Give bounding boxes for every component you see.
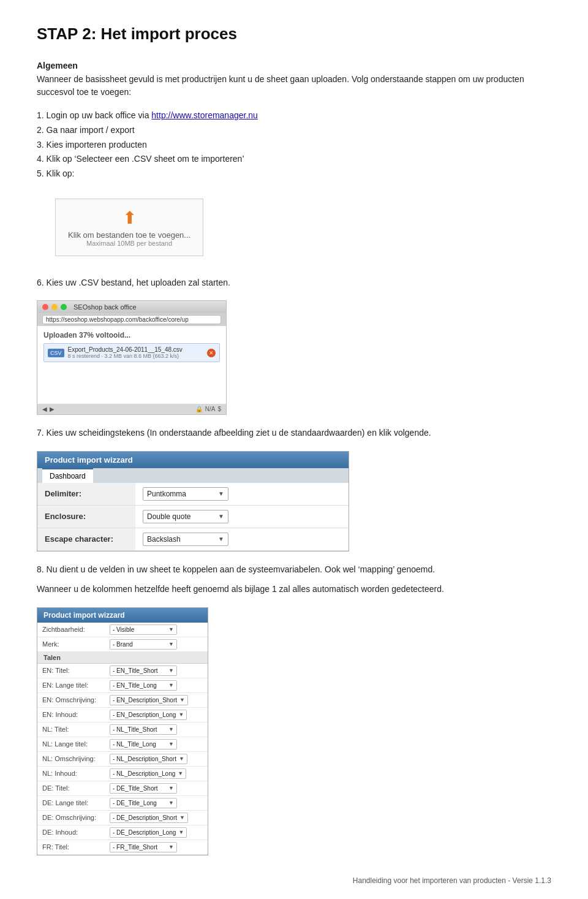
mapping-label-en-titel: EN: Titel: bbox=[37, 664, 105, 678]
mapping-row-en-inhoud: EN: Inhoud: - EN_Description_Long ▼ bbox=[37, 707, 208, 722]
wizard-header: Product import wizzard bbox=[37, 452, 349, 468]
mapping-label-fr-titel: FR: Titel: bbox=[37, 840, 105, 854]
en-omschrijving-select[interactable]: - EN_Description_Short ▼ bbox=[110, 695, 188, 705]
file-size: 8 s resterend · 3.2 MB van 8.6 MB (663.2… bbox=[68, 353, 183, 359]
merk-arrow: ▼ bbox=[168, 641, 174, 647]
enclosure-select[interactable]: Double quote ▼ bbox=[143, 510, 228, 523]
escape-select[interactable]: Backslash ▼ bbox=[143, 533, 228, 546]
mapping-label-nl-inhoud: NL: Inhoud: bbox=[37, 766, 105, 781]
en-lange-titel-select[interactable]: - EN_Title_Long ▼ bbox=[110, 680, 177, 691]
upload-button-box[interactable]: ⬆ Klik om bestanden toe te voegen... Max… bbox=[55, 199, 203, 256]
step-8-text2: Wanneer u de kolommen hetzelfde heeft ge… bbox=[37, 582, 551, 596]
wizard-tab-row: Dashboard bbox=[37, 468, 349, 483]
mapping-value-en-lange-titel[interactable]: - EN_Title_Long ▼ bbox=[105, 678, 208, 692]
steps-list: 1. Login op uw back office via http://ww… bbox=[37, 108, 551, 181]
storemanager-link[interactable]: http://www.storemanager.nu bbox=[151, 110, 258, 120]
wizard-label-delimiter: Delimiter: bbox=[37, 483, 135, 506]
file-remove-button[interactable]: ✕ bbox=[207, 349, 216, 357]
de-titel-select[interactable]: - DE_Title_Short ▼ bbox=[110, 783, 177, 794]
wizard-value-escape[interactable]: Backslash ▼ bbox=[135, 528, 349, 550]
de-inhoud-select[interactable]: - DE_Description_Long ▼ bbox=[110, 827, 187, 838]
wizard-label-enclosure: Enclosure: bbox=[37, 505, 135, 528]
mapping-value-nl-lange-titel[interactable]: - NL_Title_Long ▼ bbox=[105, 737, 208, 751]
en-titel-select[interactable]: - EN_Title_Short ▼ bbox=[110, 666, 177, 676]
mapping-label-de-lange-titel: DE: Lange titel: bbox=[37, 795, 105, 810]
mapping-label-nl-omschrijving: NL: Omschrijving: bbox=[37, 751, 105, 766]
zichtbaarheid-select[interactable]: - Visible ▼ bbox=[110, 624, 177, 635]
nl-inhoud-select[interactable]: - NL_Description_Long ▼ bbox=[110, 768, 186, 779]
file-row: CSV Export_Products_24-06-2011__15_48.cs… bbox=[43, 343, 220, 362]
delimiter-select[interactable]: Puntkomma ▼ bbox=[143, 487, 228, 501]
wizard-table: Delimiter: Puntkomma ▼ Enclosure: Double… bbox=[37, 483, 349, 551]
screenshot-url-bar: https://seoshop.webshopapp.com/backoffic… bbox=[37, 313, 226, 326]
mapping-row-fr-titel: FR: Titel: - FR_Title_Short ▼ bbox=[37, 840, 208, 854]
mapping-row-nl-lange-titel: NL: Lange titel: - NL_Title_Long ▼ bbox=[37, 737, 208, 751]
mapping-row-merk: Merk: - Brand ▼ bbox=[37, 637, 208, 651]
mapping-label-nl-titel: NL: Titel: bbox=[37, 722, 105, 737]
step-3: 3. Kies importeren producten bbox=[37, 138, 551, 153]
dot-red bbox=[42, 304, 48, 310]
mapping-label-merk: Merk: bbox=[37, 637, 105, 651]
step-5: 5. Klik op: bbox=[37, 167, 551, 181]
step-6-text: 6. Kies uw .CSV bestand, het uploaden za… bbox=[37, 276, 551, 289]
mapping-value-de-titel[interactable]: - DE_Title_Short ▼ bbox=[105, 781, 208, 795]
mapping-value-nl-omschrijving[interactable]: - NL_Description_Short ▼ bbox=[105, 751, 208, 766]
escape-arrow: ▼ bbox=[218, 536, 224, 542]
en-inhoud-select[interactable]: - EN_Description_Long ▼ bbox=[110, 710, 187, 720]
mapping-value-de-omschrijving[interactable]: - DE_Description_Short ▼ bbox=[105, 810, 208, 825]
zichtbaarheid-arrow: ▼ bbox=[168, 626, 174, 632]
enclosure-arrow: ▼ bbox=[218, 513, 224, 520]
wizard-value-delimiter[interactable]: Puntkomma ▼ bbox=[135, 483, 349, 506]
mapping-row-nl-omschrijving: NL: Omschrijving: - NL_Description_Short… bbox=[37, 751, 208, 766]
screenshot-url: https://seoshop.webshopapp.com/backoffic… bbox=[42, 315, 221, 324]
wizard-value-enclosure[interactable]: Double quote ▼ bbox=[135, 505, 349, 528]
mapping-row-de-titel: DE: Titel: - DE_Title_Short ▼ bbox=[37, 781, 208, 795]
wizard-row-escape: Escape character: Backslash ▼ bbox=[37, 528, 349, 550]
step-2: 2. Ga naar import / export bbox=[37, 123, 551, 138]
de-lange-titel-select[interactable]: - DE_Title_Long ▼ bbox=[110, 798, 177, 808]
mapping-box: Product import wizzard Zichtbaarheid: - … bbox=[37, 607, 208, 855]
intro-text: Wanneer de basissheet gevuld is met prod… bbox=[37, 73, 551, 99]
screenshot-body: Uploaden 37% voltooid... CSV Export_Prod… bbox=[37, 326, 226, 404]
merk-select[interactable]: - Brand ▼ bbox=[110, 639, 177, 650]
nl-titel-select[interactable]: - NL_Title_Short ▼ bbox=[110, 724, 177, 735]
fr-titel-select[interactable]: - FR_Title_Short ▼ bbox=[110, 842, 177, 852]
screenshot-footer: ◀ ▶ 🔒 N/A $ bbox=[37, 404, 226, 414]
mapping-label-de-titel: DE: Titel: bbox=[37, 781, 105, 795]
mapping-value-de-inhoud[interactable]: - DE_Description_Long ▼ bbox=[105, 825, 208, 840]
mapping-value-en-titel[interactable]: - EN_Title_Short ▼ bbox=[105, 664, 208, 678]
screenshot-title: SEOshop back office bbox=[74, 303, 137, 311]
step-4: 4. Klik op ‘Selecteer een .CSV sheet om … bbox=[37, 152, 551, 167]
page-title: STAP 2: Het import proces bbox=[37, 25, 551, 44]
mapping-table-talen: EN: Titel: - EN_Title_Short ▼ EN: Lange … bbox=[37, 664, 208, 855]
mapping-value-zichtbaarheid[interactable]: - Visible ▼ bbox=[105, 623, 208, 637]
mapping-value-merk[interactable]: - Brand ▼ bbox=[105, 637, 208, 651]
upload-icon: ⬆ bbox=[68, 208, 190, 228]
dot-green bbox=[61, 304, 67, 310]
wizard-box: Product import wizzard Dashboard Delimit… bbox=[37, 451, 349, 552]
mapping-label-nl-lange-titel: NL: Lange titel: bbox=[37, 737, 105, 751]
mapping-value-nl-inhoud[interactable]: - NL_Description_Long ▼ bbox=[105, 766, 208, 781]
upload-screenshot: SEOshop back office https://seoshop.webs… bbox=[37, 300, 227, 415]
mapping-label-zichtbaarheid: Zichtbaarheid: bbox=[37, 623, 105, 637]
mapping-row-nl-inhoud: NL: Inhoud: - NL_Description_Long ▼ bbox=[37, 766, 208, 781]
mapping-label-en-lange-titel: EN: Lange titel: bbox=[37, 678, 105, 692]
section-label-algemeen: Algemeen bbox=[37, 61, 551, 70]
wizard-tab-dashboard[interactable]: Dashboard bbox=[42, 468, 93, 483]
mapping-row-de-lange-titel: DE: Lange titel: - DE_Title_Long ▼ bbox=[37, 795, 208, 810]
mapping-header: Product import wizzard bbox=[37, 608, 208, 623]
mapping-value-de-lange-titel[interactable]: - DE_Title_Long ▼ bbox=[105, 795, 208, 810]
mapping-value-nl-titel[interactable]: - NL_Title_Short ▼ bbox=[105, 722, 208, 737]
mapping-value-en-inhoud[interactable]: - EN_Description_Long ▼ bbox=[105, 707, 208, 722]
upload-button-label: Klik om bestanden toe te voegen... bbox=[68, 230, 190, 240]
dot-yellow bbox=[51, 304, 58, 310]
de-omschrijving-select[interactable]: - DE_Description_Short ▼ bbox=[110, 813, 188, 823]
mapping-value-en-omschrijving[interactable]: - EN_Description_Short ▼ bbox=[105, 692, 208, 707]
nl-lange-titel-select[interactable]: - NL_Title_Long ▼ bbox=[110, 739, 177, 749]
mapping-label-en-inhoud: EN: Inhoud: bbox=[37, 707, 105, 722]
nl-omschrijving-select[interactable]: - NL_Description_Short ▼ bbox=[110, 754, 187, 764]
page-footer: Handleiding voor het importeren van prod… bbox=[353, 876, 551, 885]
mapping-value-fr-titel[interactable]: - FR_Title_Short ▼ bbox=[105, 840, 208, 854]
mapping-row-nl-titel: NL: Titel: - NL_Title_Short ▼ bbox=[37, 722, 208, 737]
mapping-row-en-titel: EN: Titel: - EN_Title_Short ▼ bbox=[37, 664, 208, 678]
